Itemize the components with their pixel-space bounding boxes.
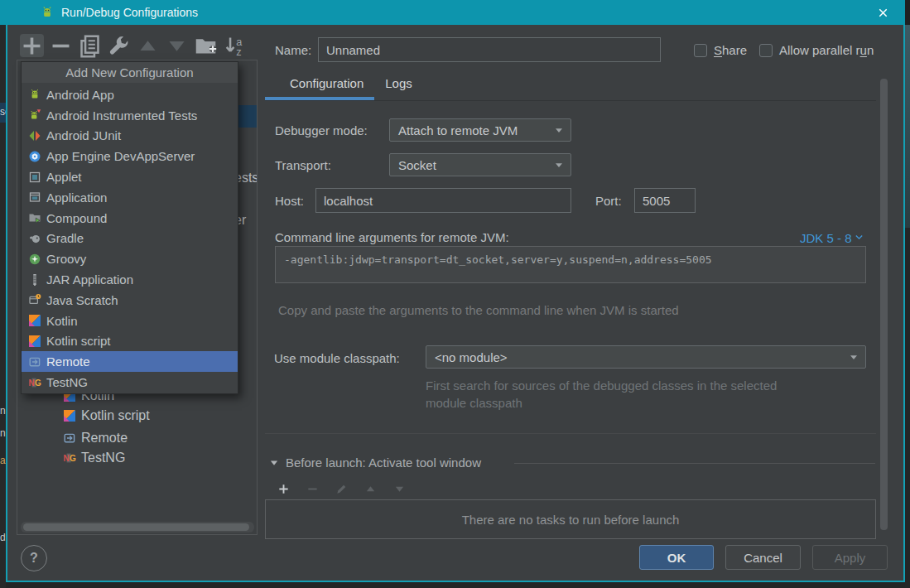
new-folder-button[interactable] — [194, 34, 218, 57]
apply-button[interactable]: Apply — [812, 545, 888, 570]
config-type-label: Android App — [46, 88, 114, 102]
config-type-icon — [28, 232, 41, 245]
scrollbar-thumb[interactable] — [23, 523, 249, 531]
background-corner — [905, 0, 910, 25]
background-window-strip-left: sennad — [0, 25, 6, 588]
svg-text:z: z — [236, 46, 241, 58]
transport-select[interactable]: Socket — [389, 153, 571, 176]
tree-selected-row-fragment — [238, 105, 258, 128]
config-type-icon — [28, 190, 41, 204]
config-type-icon — [28, 355, 41, 369]
config-type-option[interactable]: Groovy — [22, 248, 238, 269]
config-type-list: Android App Android Instrumented Tests A… — [22, 83, 238, 393]
copy-configuration-button[interactable] — [78, 34, 102, 57]
config-type-option[interactable]: Android App — [22, 84, 238, 105]
move-up-button[interactable] — [136, 34, 160, 57]
toolbar-icon — [20, 34, 44, 58]
allow-parallel-run-checkbox[interactable]: Allow parallel run — [759, 43, 874, 57]
config-type-icon — [63, 409, 76, 422]
config-type-option[interactable]: App Engine DevAppServer — [22, 146, 238, 166]
task-up-button[interactable] — [362, 480, 378, 497]
before-launch-header[interactable]: Before launch: Activate tool window — [269, 454, 481, 471]
tree-item[interactable]: NG TestNG — [63, 447, 125, 469]
form-vertical-scrollbar[interactable] — [880, 79, 888, 530]
svg-text:N: N — [64, 454, 70, 463]
svg-text:G: G — [35, 378, 41, 388]
port-label: Port: — [595, 194, 622, 208]
config-type-option[interactable]: Kotlin script — [22, 331, 238, 352]
config-type-option[interactable]: Kotlin — [22, 311, 238, 331]
ok-button[interactable]: OK — [639, 545, 714, 570]
background-text-fragment: a — [0, 455, 6, 466]
config-type-icon: NG — [63, 451, 76, 465]
config-type-option[interactable]: Android JUnit — [22, 126, 238, 147]
dialog-title-bar: Run/Debug Configurations — [0, 0, 905, 25]
sort-configurations-button[interactable]: az — [223, 34, 247, 57]
config-type-icon — [28, 273, 41, 287]
remove-button[interactable] — [49, 34, 73, 57]
config-type-label: Groovy — [46, 252, 86, 266]
background-tint — [905, 25, 910, 228]
host-input[interactable] — [315, 188, 571, 213]
module-hint-line1: First search for sources of the debugged… — [426, 378, 777, 393]
before-launch-rule — [514, 463, 875, 464]
configurations-toolbar: az — [20, 33, 247, 58]
config-type-option[interactable]: JAR Application — [22, 269, 238, 290]
module-hint-line2: module classpath — [426, 396, 522, 410]
add-new-configuration-popup: Add New Configuration Android App Androi… — [21, 61, 238, 394]
config-type-icon — [63, 431, 76, 445]
toolbar-icon — [364, 483, 377, 495]
edit-defaults-button[interactable] — [107, 34, 131, 57]
config-type-option[interactable]: Application — [22, 187, 238, 208]
command-line-args-label: Command line arguments for remote JVM: — [275, 230, 509, 244]
share-checkbox[interactable]: Share — [694, 43, 747, 57]
config-type-label: TestNG — [46, 375, 88, 389]
debugger-mode-label: Debugger mode: — [275, 123, 368, 137]
jdk-version-link[interactable]: JDK 5 - 8 — [800, 230, 864, 245]
before-launch-label: Before launch: Activate tool window — [286, 455, 481, 470]
args-hint-text: Copy and paste the arguments to the comm… — [278, 303, 679, 317]
toolbar-icon: az — [223, 34, 247, 58]
tab[interactable]: Logs — [374, 76, 423, 100]
module-classpath-select[interactable]: <no module> — [426, 345, 866, 369]
checkbox-box[interactable] — [759, 44, 773, 57]
tree-horizontal-scrollbar[interactable] — [21, 522, 254, 533]
add-button[interactable] — [20, 34, 44, 57]
tree-item[interactable]: Kotlin script — [63, 405, 150, 427]
name-label: Name: — [275, 43, 311, 57]
config-type-option[interactable]: Applet — [22, 166, 238, 187]
close-button[interactable] — [865, 0, 900, 25]
background-window-strip-right — [905, 25, 910, 588]
dialog-title: Run/Debug Configurations — [61, 6, 198, 19]
config-type-option[interactable]: Android Instrumented Tests — [22, 105, 238, 126]
name-input[interactable] — [318, 37, 661, 62]
edit-task-button[interactable] — [333, 480, 349, 497]
toolbar-icon — [49, 34, 73, 58]
task-down-button[interactable] — [391, 480, 407, 497]
debugger-mode-select[interactable]: Attach to remote JVM — [389, 118, 571, 142]
port-input[interactable] — [634, 188, 696, 213]
collapse-triangle-icon[interactable] — [269, 458, 279, 468]
config-type-icon — [28, 253, 41, 266]
config-type-option[interactable]: Java Scratch — [22, 290, 238, 311]
checkbox-box[interactable] — [694, 44, 707, 57]
remove-task-button[interactable] — [304, 480, 320, 497]
command-line-args-field[interactable]: -agentlib:jdwp=transport=dt_socket,serve… — [275, 246, 866, 283]
config-type-icon: NG — [28, 376, 41, 389]
use-module-classpath-label: Use module classpath: — [274, 351, 400, 365]
chevron-down-icon — [552, 123, 566, 137]
config-type-option[interactable]: Gradle — [22, 229, 238, 249]
config-type-option[interactable]: Remote — [22, 351, 238, 372]
section-divider — [265, 433, 876, 434]
help-button[interactable]: ? — [21, 545, 47, 571]
config-type-option[interactable]: NG TestNG — [22, 372, 238, 393]
config-type-icon — [28, 335, 41, 348]
tree-item[interactable]: Remote — [63, 427, 128, 449]
toolbar-icon — [277, 483, 290, 495]
tab[interactable]: Configuration — [265, 76, 374, 100]
add-task-button[interactable] — [275, 480, 291, 497]
tasks-empty-text: There are no tasks to run before launch — [462, 513, 680, 527]
move-down-button[interactable] — [165, 34, 189, 57]
cancel-button[interactable]: Cancel — [725, 545, 801, 570]
config-type-option[interactable]: Compound — [22, 208, 238, 229]
